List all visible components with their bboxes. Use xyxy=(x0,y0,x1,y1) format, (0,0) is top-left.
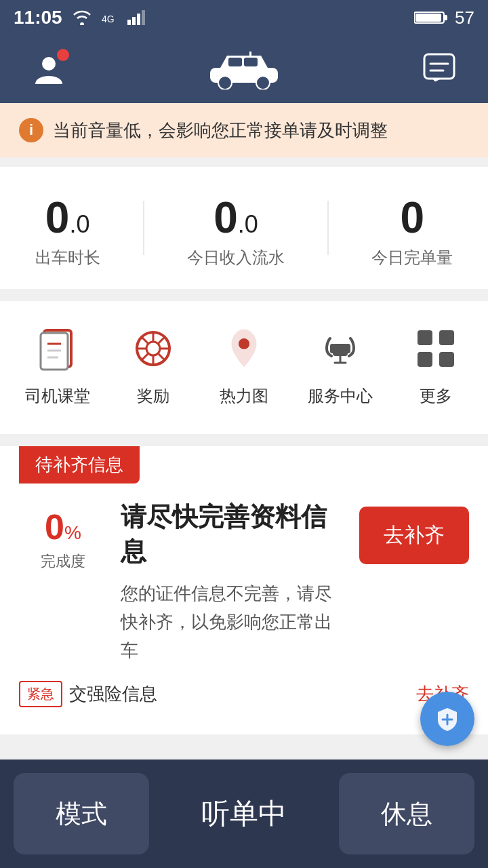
svg-rect-42 xyxy=(439,352,454,367)
info-card-title: 请尽快完善资料信息 xyxy=(121,500,346,569)
drive-duration-stat: 0.0 出车时长 xyxy=(35,194,100,269)
car-logo-svg xyxy=(203,49,285,90)
svg-line-30 xyxy=(158,353,164,359)
drive-duration-label: 出车时长 xyxy=(35,247,100,269)
progress-section: 0% 完成度 xyxy=(19,500,107,572)
drive-duration-value: 0.0 xyxy=(35,194,100,241)
today-revenue-stat: 0.0 今日收入流水 xyxy=(187,194,285,269)
rewards-icon xyxy=(126,321,180,376)
today-orders-value: 0 xyxy=(371,194,453,241)
wifi-icon xyxy=(72,10,92,25)
rest-button[interactable]: 休息 xyxy=(339,773,474,854)
warning-icon: i xyxy=(19,118,43,142)
today-orders-label: 今日完单量 xyxy=(371,247,453,269)
battery-icon xyxy=(414,10,448,25)
svg-rect-41 xyxy=(418,352,432,367)
app-header xyxy=(0,35,488,103)
svg-rect-40 xyxy=(439,330,454,345)
chat-icon xyxy=(422,52,457,87)
stat-divider-2 xyxy=(327,201,329,255)
info-card-description: 您的证件信息不完善，请尽快补齐，以免影响您正常出车 xyxy=(121,580,346,665)
notification-dot xyxy=(57,49,69,61)
svg-point-33 xyxy=(239,338,249,349)
svg-rect-35 xyxy=(330,344,336,353)
urgent-row: 紧急 交强险信息 去补齐 xyxy=(0,665,488,714)
status-bar: 11:05 4G 57 xyxy=(0,0,488,35)
signal-bars-icon xyxy=(127,10,145,25)
svg-rect-36 xyxy=(345,344,350,353)
service-center-label: 服务中心 xyxy=(308,385,373,407)
svg-rect-10 xyxy=(228,58,242,66)
svg-line-29 xyxy=(142,338,148,344)
car-logo xyxy=(203,49,285,90)
svg-rect-3 xyxy=(137,14,140,25)
svg-line-31 xyxy=(158,338,164,344)
menu-section: 司机课堂 奖励 热力图 xyxy=(0,301,488,434)
urgent-text: 交强险信息 xyxy=(69,682,157,706)
menu-item-more[interactable]: 更多 xyxy=(409,321,463,407)
svg-rect-7 xyxy=(415,14,441,22)
more-label: 更多 xyxy=(420,385,452,407)
menu-item-service-center[interactable]: 服务中心 xyxy=(308,321,373,407)
listening-status: 听单中 xyxy=(163,795,325,833)
info-card-tag: 待补齐信息 xyxy=(19,446,140,484)
svg-rect-15 xyxy=(424,54,454,79)
shield-plus-icon xyxy=(434,705,461,732)
urgent-tag: 紧急 xyxy=(19,681,62,707)
svg-rect-11 xyxy=(244,58,258,66)
svg-rect-39 xyxy=(418,330,432,345)
svg-point-12 xyxy=(218,76,232,90)
today-revenue-value: 0.0 xyxy=(187,194,285,241)
stats-section: 0.0 出车时长 0.0 今日收入流水 0 今日完单量 xyxy=(0,167,488,289)
battery-level: 57 xyxy=(455,7,474,28)
stat-divider-1 xyxy=(143,201,144,255)
mode-button[interactable]: 模式 xyxy=(14,773,149,854)
profile-button[interactable] xyxy=(24,45,73,94)
signal-4g-icon: 4G xyxy=(102,10,118,25)
svg-line-32 xyxy=(142,353,148,359)
status-time: 11:05 xyxy=(14,7,62,28)
progress-label: 完成度 xyxy=(19,551,107,572)
svg-rect-6 xyxy=(444,15,447,20)
svg-rect-1 xyxy=(127,20,131,25)
warning-banner: i 当前音量低，会影响您正常接单请及时调整 xyxy=(0,103,488,157)
rewards-label: 奖励 xyxy=(137,385,169,407)
svg-text:4G: 4G xyxy=(102,14,115,24)
more-icon xyxy=(409,321,463,376)
info-text-block: 请尽快完善资料信息 您的证件信息不完善，请尽快补齐，以免影响您正常出车 xyxy=(121,500,346,665)
today-revenue-label: 今日收入流水 xyxy=(187,247,285,269)
menu-item-driver-course[interactable]: 司机课堂 xyxy=(25,321,90,407)
menu-item-heat-map[interactable]: 热力图 xyxy=(217,321,271,407)
svg-point-8 xyxy=(42,57,56,71)
svg-rect-14 xyxy=(249,52,251,57)
floating-button[interactable] xyxy=(420,692,474,746)
svg-rect-4 xyxy=(142,10,145,25)
progress-number: 0 xyxy=(45,507,64,547)
driver-course-icon xyxy=(30,321,85,376)
today-orders-stat: 0 今日完单量 xyxy=(371,194,453,269)
svg-point-13 xyxy=(256,76,270,90)
svg-rect-2 xyxy=(132,17,136,25)
chat-button[interactable] xyxy=(415,45,464,94)
service-center-icon xyxy=(313,321,367,376)
heat-map-icon xyxy=(217,321,271,376)
menu-item-rewards[interactable]: 奖励 xyxy=(126,321,180,407)
warning-text: 当前音量低，会影响您正常接单请及时调整 xyxy=(53,119,388,142)
driver-course-label: 司机课堂 xyxy=(25,385,90,407)
go-complete-button[interactable]: 去补齐 xyxy=(359,507,469,564)
progress-value-display: 0% xyxy=(19,507,107,547)
heat-map-label: 热力图 xyxy=(220,385,268,407)
info-card: 待补齐信息 0% 完成度 请尽快完善资料信息 您的证件信息不完善，请尽快补齐，以… xyxy=(0,446,488,734)
bottom-bar: 模式 听单中 休息 xyxy=(0,760,488,868)
